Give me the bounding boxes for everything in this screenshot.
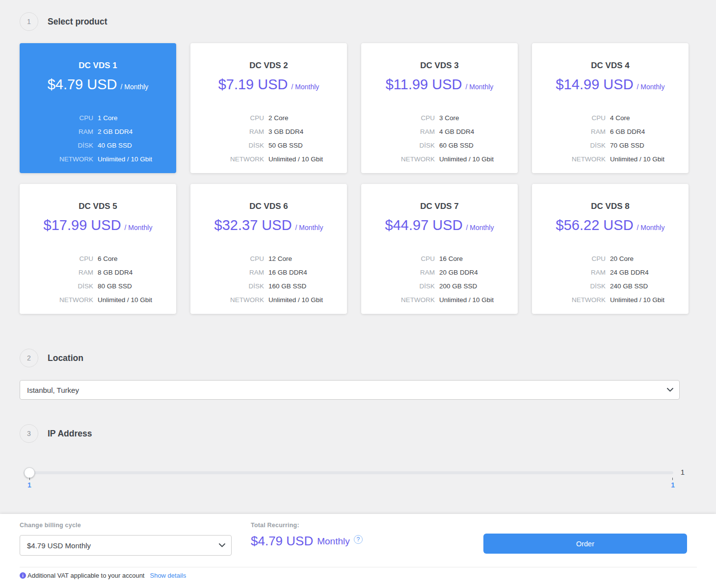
- product-card[interactable]: DC VDS 5 $17.99 USD / Monthly CPU 6 Core…: [20, 184, 176, 314]
- product-card[interactable]: DC VDS 3 $11.99 USD / Monthly CPU 3 Core…: [361, 43, 518, 173]
- spec-row-ram: RAM 3 GB DDR4: [190, 128, 347, 135]
- product-billing-period: / Monthly: [466, 83, 494, 91]
- product-name: DC VDS 6: [190, 202, 347, 211]
- help-icon[interactable]: ?: [354, 535, 363, 544]
- spec-label-disk: DİSK: [361, 142, 435, 149]
- section-title-ip-address: IP Address: [48, 429, 92, 439]
- product-specs: CPU 2 Core RAM 3 GB DDR4 DİSK 50 GB SSD …: [190, 114, 347, 163]
- billing-select-wrap: $4.79 USD Monthly: [20, 535, 232, 556]
- product-billing-period: / Monthly: [637, 224, 665, 231]
- spec-label-cpu: CPU: [190, 255, 264, 262]
- spec-value-disk: 200 GB SSD: [439, 282, 518, 290]
- spec-value-cpu: 6 Core: [98, 255, 176, 262]
- spec-value-network: Unlimited / 10 Gbit: [268, 296, 347, 304]
- product-grid: DC VDS 1 $4.79 USD / Monthly CPU 1 Core …: [20, 43, 696, 314]
- product-card[interactable]: DC VDS 4 $14.99 USD / Monthly CPU 4 Core…: [532, 43, 689, 173]
- spec-row-ram: RAM 16 GB DDR4: [190, 269, 347, 276]
- spec-value-network: Unlimited / 10 Gbit: [610, 155, 689, 163]
- ip-slider-tick-min: [29, 478, 30, 480]
- spec-label-ram: RAM: [532, 269, 606, 276]
- product-specs: CPU 4 Core RAM 6 GB DDR4 DİSK 70 GB SSD …: [532, 114, 689, 163]
- product-name: DC VDS 4: [532, 61, 689, 71]
- product-price: $4.79 USD: [48, 77, 117, 93]
- spec-label-ram: RAM: [20, 128, 93, 135]
- location-select[interactable]: Istanbul, Turkey: [20, 380, 680, 400]
- spec-row-disk: DİSK 70 GB SSD: [532, 142, 689, 149]
- section-header-select-product: 1 Select product: [20, 12, 696, 31]
- product-specs: CPU 3 Core RAM 4 GB DDR4 DİSK 60 GB SSD …: [361, 114, 518, 163]
- spec-value-cpu: 2 Core: [268, 114, 347, 122]
- spec-value-ram: 3 GB DDR4: [268, 128, 347, 135]
- spec-value-cpu: 16 Core: [439, 255, 518, 262]
- vat-note-text: Additional VAT applicable to your accoun…: [27, 572, 144, 579]
- spec-label-ram: RAM: [20, 269, 93, 276]
- spec-value-cpu: 1 Core: [98, 114, 176, 122]
- spec-value-network: Unlimited / 10 Gbit: [439, 296, 518, 304]
- spec-row-disk: DİSK 60 GB SSD: [361, 142, 518, 149]
- product-billing-period: / Monthly: [121, 83, 149, 91]
- spec-row-ram: RAM 24 GB DDR4: [532, 269, 689, 276]
- spec-value-disk: 50 GB SSD: [268, 142, 347, 149]
- spec-value-disk: 40 GB SSD: [98, 142, 176, 149]
- spec-value-disk: 160 GB SSD: [268, 282, 347, 290]
- spec-value-cpu: 20 Core: [610, 255, 689, 262]
- product-price: $44.97 USD: [385, 217, 463, 233]
- product-name: DC VDS 1: [20, 61, 176, 71]
- spec-label-cpu: CPU: [532, 255, 606, 262]
- show-details-link[interactable]: Show details: [150, 572, 186, 579]
- spec-value-ram: 8 GB DDR4: [98, 269, 176, 276]
- spec-row-ram: RAM 4 GB DDR4: [361, 128, 518, 135]
- spec-value-network: Unlimited / 10 Gbit: [268, 155, 347, 163]
- product-card[interactable]: DC VDS 6 $32.37 USD / Monthly CPU 12 Cor…: [190, 184, 347, 314]
- product-price: $14.99 USD: [556, 77, 634, 93]
- order-summary-bar: Change billing cycle $4.79 USD Monthly T…: [0, 514, 716, 588]
- product-price: $11.99 USD: [386, 77, 462, 93]
- spec-row-cpu: CPU 20 Core: [532, 255, 689, 262]
- product-price: $17.99 USD: [44, 217, 121, 233]
- spec-label-ram: RAM: [190, 269, 264, 276]
- order-button[interactable]: Order: [483, 534, 687, 554]
- spec-row-disk: DİSK 50 GB SSD: [190, 142, 347, 149]
- billing-cycle-block: Change billing cycle $4.79 USD Monthly: [20, 522, 232, 556]
- product-card[interactable]: DC VDS 2 $7.19 USD / Monthly CPU 2 Core …: [190, 43, 347, 173]
- spec-value-ram: 4 GB DDR4: [439, 128, 518, 135]
- spec-label-disk: DİSK: [532, 142, 606, 149]
- product-price-row: $14.99 USD / Monthly: [532, 77, 689, 93]
- spec-value-network: Unlimited / 10 Gbit: [98, 155, 176, 163]
- spec-value-network: Unlimited / 10 Gbit: [98, 296, 176, 304]
- product-name: DC VDS 3: [361, 61, 518, 71]
- spec-label-ram: RAM: [190, 128, 264, 135]
- spec-row-network: NETWORK Unlimited / 10 Gbit: [532, 296, 689, 304]
- spec-value-cpu: 3 Core: [439, 114, 518, 122]
- product-card[interactable]: DC VDS 8 $56.22 USD / Monthly CPU 20 Cor…: [532, 184, 689, 314]
- total-recurring-value: $4.79 USD Monthly ?: [251, 534, 363, 549]
- spec-label-network: NETWORK: [190, 155, 264, 163]
- spec-label-network: NETWORK: [532, 155, 606, 163]
- spec-label-cpu: CPU: [361, 114, 435, 122]
- spec-value-disk: 240 GB SSD: [610, 282, 689, 290]
- product-card[interactable]: DC VDS 1 $4.79 USD / Monthly CPU 1 Core …: [20, 43, 176, 173]
- total-recurring-label: Total Recurring:: [251, 522, 363, 529]
- spec-row-cpu: CPU 2 Core: [190, 114, 347, 122]
- ip-slider-track[interactable]: [24, 471, 673, 474]
- product-specs: CPU 6 Core RAM 8 GB DDR4 DİSK 80 GB SSD …: [20, 255, 176, 304]
- product-price-row: $7.19 USD / Monthly: [190, 77, 347, 93]
- ip-slider-handle[interactable]: [24, 467, 35, 478]
- spec-row-cpu: CPU 1 Core: [20, 114, 176, 122]
- spec-row-network: NETWORK Unlimited / 10 Gbit: [20, 296, 176, 304]
- product-name: DC VDS 8: [532, 202, 689, 211]
- billing-cycle-select[interactable]: $4.79 USD Monthly: [20, 535, 232, 556]
- spec-row-network: NETWORK Unlimited / 10 Gbit: [190, 296, 347, 304]
- spec-value-ram: 24 GB DDR4: [610, 269, 689, 276]
- product-price-row: $11.99 USD / Monthly: [361, 77, 518, 93]
- spec-label-cpu: CPU: [20, 255, 93, 262]
- product-billing-period: / Monthly: [292, 83, 319, 91]
- spec-value-ram: 20 GB DDR4: [439, 269, 518, 276]
- product-name: DC VDS 5: [20, 202, 176, 211]
- product-billing-period: / Monthly: [466, 224, 494, 231]
- footer-divider: [20, 567, 697, 567]
- product-card[interactable]: DC VDS 7 $44.97 USD / Monthly CPU 16 Cor…: [361, 184, 518, 314]
- spec-label-disk: DİSK: [190, 282, 264, 290]
- spec-label-ram: RAM: [361, 128, 435, 135]
- spec-label-network: NETWORK: [532, 296, 606, 304]
